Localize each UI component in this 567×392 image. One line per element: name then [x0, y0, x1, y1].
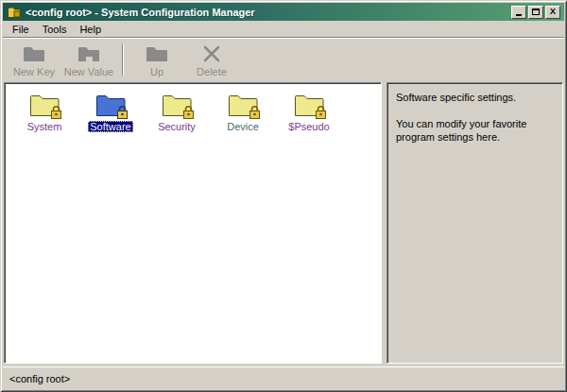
- padlock-icon: [249, 105, 261, 120]
- key-label: $Pseudo: [286, 121, 331, 132]
- padlock-icon: [50, 105, 62, 120]
- padlock-icon: [315, 105, 327, 120]
- locked-folder-icon: [161, 92, 193, 118]
- info-line-2: You can modify your favorite program set…: [396, 117, 554, 144]
- window-title: <config root> - System Configuration Man…: [26, 7, 511, 18]
- app-window: <config root> - System Configuration Man…: [0, 0, 567, 392]
- new-key-button[interactable]: New Key: [7, 42, 61, 79]
- toolbar-separator: [122, 43, 124, 76]
- locked-folder-icon-selected: [94, 92, 127, 118]
- locked-folder-icon: [227, 92, 259, 118]
- close-button[interactable]: X: [545, 6, 560, 19]
- minimize-icon: [516, 14, 522, 16]
- minimize-button[interactable]: [511, 6, 526, 19]
- menu-item-file[interactable]: File: [6, 22, 36, 37]
- maximize-button[interactable]: [528, 6, 543, 19]
- new-value-folder-icon: [77, 43, 101, 64]
- key-list-panel: System Software: [4, 82, 382, 364]
- up-label: Up: [150, 66, 163, 77]
- delete-button[interactable]: Delete: [184, 42, 239, 79]
- new-value-button[interactable]: New Value: [61, 42, 116, 79]
- key-label: System: [26, 121, 64, 132]
- maximize-icon: [532, 9, 540, 15]
- delete-x-icon: [202, 43, 221, 64]
- new-value-label: New Value: [64, 66, 113, 77]
- key-label: Software: [88, 121, 132, 132]
- menu-bar: File Tools Help: [3, 21, 564, 38]
- up-folder-icon: [145, 43, 169, 64]
- locked-folder-icon: [293, 92, 325, 118]
- menu-item-help[interactable]: Help: [73, 22, 108, 37]
- new-key-folder-icon: [22, 43, 46, 64]
- padlock-icon: [182, 105, 195, 120]
- up-button[interactable]: Up: [129, 42, 184, 79]
- key-item-software[interactable]: Software: [82, 92, 139, 132]
- delete-label: Delete: [197, 66, 227, 77]
- new-key-label: New Key: [13, 66, 55, 77]
- key-label: Security: [156, 121, 198, 132]
- toolbar: New Key New Value Up: [3, 39, 564, 81]
- title-bar[interactable]: <config root> - System Configuration Man…: [3, 3, 564, 21]
- status-text: <config root>: [9, 373, 70, 384]
- key-item-device[interactable]: Device: [215, 92, 271, 132]
- key-item-system[interactable]: System: [16, 92, 73, 132]
- key-item-security[interactable]: Security: [148, 92, 205, 132]
- key-label: Device: [225, 121, 261, 132]
- padlock-icon: [116, 105, 129, 120]
- status-bar: <config root>: [3, 366, 564, 389]
- close-icon: X: [550, 8, 556, 16]
- window-controls: X: [511, 6, 560, 19]
- info-panel: Software specific settings. You can modi…: [387, 82, 563, 364]
- locked-folder-icon: [28, 92, 60, 118]
- info-line-1: Software specific settings.: [396, 91, 554, 104]
- menu-item-tools[interactable]: Tools: [36, 22, 74, 37]
- app-icon: [7, 5, 22, 20]
- key-item-pseudo[interactable]: $Pseudo: [281, 92, 337, 132]
